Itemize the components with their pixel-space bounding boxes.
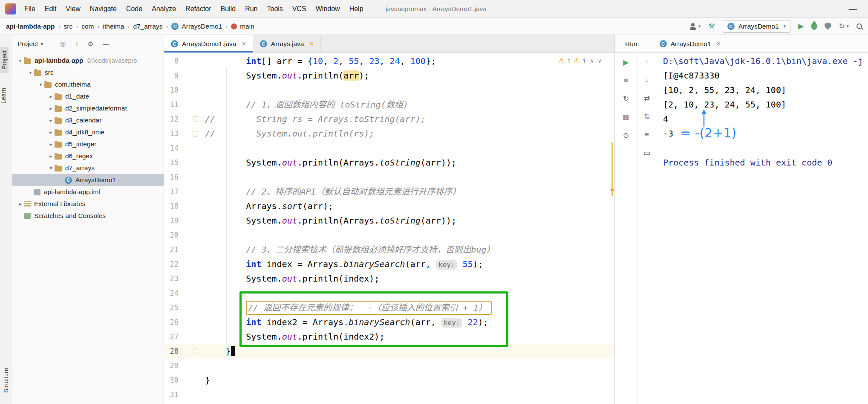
prev-problem-icon[interactable]: ∧ bbox=[590, 58, 594, 64]
line-number[interactable]: 31 bbox=[164, 387, 179, 402]
run-configuration-select[interactable]: C ArraysDemo1 ▾ bbox=[723, 20, 790, 33]
tree-item-d2-simpledateformat[interactable]: ▸d2_simpledateformat bbox=[12, 102, 164, 114]
scrollbar-warning-stripe[interactable] bbox=[611, 142, 613, 196]
code-line-11[interactable]: 11 // 1、返回数组内容的 toString(数组) bbox=[164, 97, 614, 112]
editor-tab-arraysdemo1-java[interactable]: CArraysDemo1.java× bbox=[164, 35, 253, 52]
search-everywhere-icon[interactable] bbox=[856, 23, 862, 29]
line-number[interactable]: 8 bbox=[164, 54, 179, 68]
code-line-13[interactable]: 13// System.out.println(rs); bbox=[164, 126, 614, 141]
tree-chevron-icon[interactable]: ▸ bbox=[47, 153, 55, 159]
close-icon[interactable]: × bbox=[717, 40, 721, 48]
menu-item-navigate[interactable]: Navigate bbox=[85, 5, 121, 12]
code-line-28[interactable]: 28 } bbox=[164, 344, 614, 358]
line-number[interactable]: 17 bbox=[164, 184, 179, 199]
tree-item-api-lambda-app[interactable]: ▾api-lambda-appD:\code\javasepro bbox=[12, 55, 164, 67]
code-line-16[interactable]: 16 bbox=[164, 170, 614, 184]
layout-options-button[interactable]: ▦ bbox=[623, 113, 629, 122]
code-line-22[interactable]: 22 int index = Arrays.binarySearch(arr, … bbox=[164, 257, 614, 271]
tree-item-arraysdemo1[interactable]: CArraysDemo1 bbox=[12, 174, 164, 186]
run-button[interactable]: ▶ bbox=[798, 22, 804, 31]
tree-chevron-icon[interactable]: ▸ bbox=[17, 201, 24, 207]
code-line-8[interactable]: 8 int[] arr = {10, 2, 55, 23, 24, 100}; bbox=[164, 54, 614, 68]
editor-tab-arrays-java[interactable]: CArrays.java× bbox=[253, 35, 321, 52]
tab-close-icon[interactable]: × bbox=[242, 40, 246, 48]
up-stack-trace-button[interactable]: ↑ bbox=[645, 58, 649, 67]
tree-item-d7-arrays[interactable]: ▾d7_arrays bbox=[12, 162, 164, 174]
line-number[interactable]: 14 bbox=[164, 141, 179, 155]
menu-item-help[interactable]: Help bbox=[345, 5, 368, 12]
project-panel-title[interactable]: Project bbox=[17, 40, 38, 48]
tree-item-d5-integer[interactable]: ▸d5_integer bbox=[12, 138, 164, 150]
tool-window-button-structure[interactable]: Structure bbox=[3, 368, 9, 393]
code-line-29[interactable]: 29 bbox=[164, 358, 614, 373]
inspections-widget[interactable]: ⚠1⚠1∧∨ bbox=[558, 56, 602, 65]
code-line-21[interactable]: 21 // 3、二分搜索技术（前提数组必须排好序才支持，否则出bug） bbox=[164, 242, 614, 257]
line-number[interactable]: 24 bbox=[164, 286, 179, 300]
menu-item-refactor[interactable]: Refactor bbox=[181, 5, 216, 12]
menu-item-code[interactable]: Code bbox=[121, 5, 147, 12]
tree-item-scratches-and-consoles[interactable]: Scratches and Consoles bbox=[12, 210, 164, 222]
tree-chevron-icon[interactable]: ▸ bbox=[47, 117, 55, 123]
tree-chevron-icon[interactable]: ▾ bbox=[27, 70, 34, 76]
tree-chevron-icon[interactable]: ▾ bbox=[17, 58, 24, 64]
run-console[interactable]: D:\soft\Java\jdk-16.0.1\bin\java.exe -j[… bbox=[656, 53, 868, 404]
tree-item-d4-jdk8-time[interactable]: ▸d4_jdk8_time bbox=[12, 126, 164, 138]
code-line-31[interactable]: 31 bbox=[164, 387, 614, 402]
menu-item-run[interactable]: Run bbox=[240, 5, 262, 12]
tree-item-d1-date[interactable]: ▸d1_date bbox=[12, 90, 164, 102]
menu-item-edit[interactable]: Edit bbox=[40, 5, 61, 12]
run-tab-arraysdemo1[interactable]: C ArraysDemo1 × bbox=[660, 40, 721, 48]
code-line-10[interactable]: 10 bbox=[164, 83, 614, 97]
code-line-25[interactable]: 25 // 返回不存在元素的规律： -（应该插入的位置索引 + 1） bbox=[164, 300, 614, 315]
line-number[interactable]: 11 bbox=[164, 97, 179, 112]
clear-all-button[interactable]: ▭ bbox=[643, 148, 650, 157]
menu-item-tools[interactable]: Tools bbox=[262, 5, 287, 12]
scroll-to-end-button[interactable]: ⇅ bbox=[644, 112, 650, 121]
breadcrumb-src[interactable]: src bbox=[64, 23, 73, 30]
line-number[interactable]: 29 bbox=[164, 358, 179, 373]
line-number[interactable]: 21 bbox=[164, 242, 179, 257]
code-line-17[interactable]: 17 // 2、排序的API（默认自动对数组元素进行升序排序） bbox=[164, 184, 614, 199]
line-number[interactable]: 13 bbox=[164, 126, 179, 141]
tool-window-button-project[interactable]: Project bbox=[0, 47, 9, 73]
coverage-button[interactable] bbox=[825, 23, 831, 30]
fold-marker-icon[interactable] bbox=[193, 116, 198, 122]
line-number[interactable]: 10 bbox=[164, 83, 179, 97]
tool-window-button-learn[interactable]: Learn bbox=[0, 88, 7, 104]
tree-chevron-icon[interactable]: ▸ bbox=[47, 105, 55, 111]
breadcrumb-api-lambda-app[interactable]: api-lambda-app bbox=[6, 23, 55, 30]
profiler-button[interactable]: ↻ ▾ bbox=[839, 22, 849, 31]
line-number[interactable]: 27 bbox=[164, 329, 179, 344]
soft-wrap-button[interactable]: ⇄ bbox=[644, 94, 650, 103]
line-number[interactable]: 23 bbox=[164, 271, 179, 286]
tree-chevron-icon[interactable]: ▾ bbox=[37, 81, 44, 87]
code-line-24[interactable]: 24 bbox=[164, 286, 614, 300]
code-line-30[interactable]: 30} bbox=[164, 373, 614, 387]
code-line-27[interactable]: 27 System.out.println(index2); bbox=[164, 329, 614, 344]
chevron-down-icon[interactable]: ▾ bbox=[40, 41, 43, 47]
select-opened-file-icon[interactable]: ◎ bbox=[60, 40, 66, 48]
debug-button[interactable] bbox=[811, 23, 817, 30]
tree-chevron-icon[interactable]: ▸ bbox=[47, 141, 55, 147]
code-line-20[interactable]: 20 bbox=[164, 228, 614, 242]
hide-panel-icon[interactable]: — bbox=[103, 40, 109, 48]
tree-item-d6-regex[interactable]: ▸d6_regex bbox=[12, 150, 164, 162]
breadcrumb-main[interactable]: main bbox=[231, 23, 254, 30]
tree-item-com-itheima[interactable]: ▾com.itheima bbox=[12, 78, 164, 90]
fold-marker-icon[interactable] bbox=[193, 131, 198, 137]
line-number[interactable]: 25 bbox=[164, 300, 179, 315]
code-line-12[interactable]: 12// String rs = Arrays.toString(arr); bbox=[164, 112, 614, 126]
pin-tab-button[interactable]: ⊙ bbox=[623, 131, 629, 140]
code-line-26[interactable]: 26 int index2 = Arrays.binarySearch(arr,… bbox=[164, 315, 614, 329]
minimize-button[interactable]: — bbox=[849, 4, 857, 14]
tree-chevron-icon[interactable]: ▾ bbox=[47, 165, 55, 171]
breadcrumb-com[interactable]: com bbox=[81, 23, 94, 30]
code-line-18[interactable]: 18 Arrays.sort(arr); bbox=[164, 199, 614, 213]
tree-item-d3-calendar[interactable]: ▸d3_calendar bbox=[12, 114, 164, 126]
stop-button[interactable]: ■ bbox=[624, 76, 628, 85]
breadcrumb-arraysdemo1[interactable]: CArraysDemo1 bbox=[171, 23, 222, 30]
tree-chevron-icon[interactable]: ▸ bbox=[47, 129, 55, 135]
tab-close-icon[interactable]: × bbox=[309, 40, 313, 48]
menu-item-view[interactable]: View bbox=[61, 5, 85, 12]
rerun-button[interactable]: ▶ bbox=[623, 58, 629, 67]
